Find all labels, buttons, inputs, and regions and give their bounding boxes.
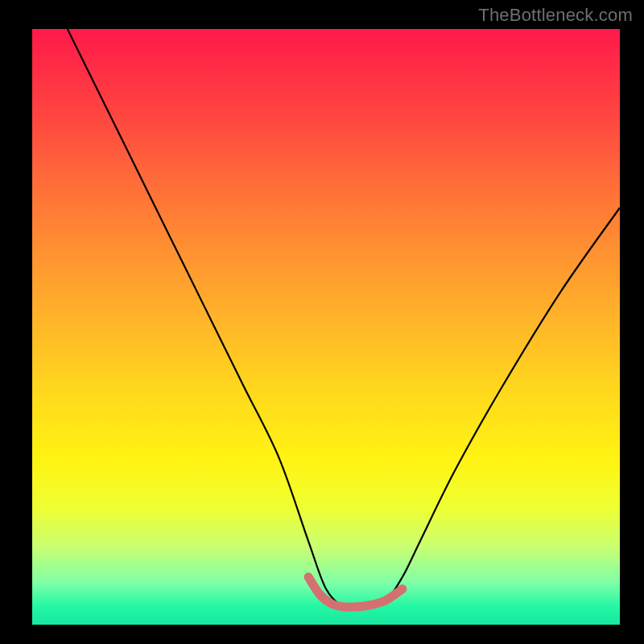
chart-frame: TheBottleneck.com <box>0 0 644 644</box>
main-curve <box>68 29 620 609</box>
plot-area <box>32 29 620 625</box>
watermark-label: TheBottleneck.com <box>478 5 633 26</box>
curve-layer <box>32 29 620 625</box>
